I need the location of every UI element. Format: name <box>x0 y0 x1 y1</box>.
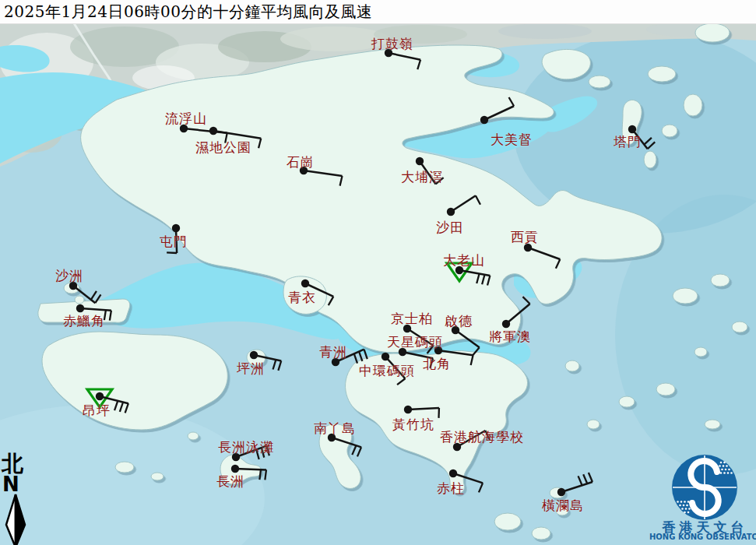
station-label-north-point: 北角 <box>423 355 451 373</box>
wind-barb-tick <box>329 297 334 305</box>
wind-barb-staff <box>528 248 560 259</box>
wind-barb-tick <box>120 402 123 411</box>
wind-barb-tick <box>357 447 361 456</box>
halftone-dot <box>690 505 692 507</box>
wind-barb-tick <box>352 445 356 455</box>
station-label-wetland-park: 濕地公園 <box>195 139 251 156</box>
station-label-green-island: 青洲 <box>319 343 347 361</box>
halftone-dot <box>686 505 688 507</box>
wind-barb-staff <box>80 308 111 311</box>
halftone-dot <box>677 501 679 503</box>
wind-barb-tick <box>479 483 483 492</box>
halftone-dot <box>730 472 733 474</box>
wind-barb-tick <box>278 360 281 370</box>
station-dot <box>209 127 217 135</box>
halftone-dot <box>718 469 720 471</box>
station-dot <box>628 125 636 133</box>
station-dot <box>557 488 565 496</box>
wind-barb-staff <box>332 438 361 447</box>
wind-barb-tick <box>487 276 490 286</box>
station-dot <box>76 304 84 312</box>
station-dot <box>172 224 180 232</box>
station-dot <box>382 353 389 360</box>
hko-name-en: HONG KONG OBSERVATORY <box>649 533 756 541</box>
halftone-dot <box>723 465 725 467</box>
wind-map-screen: 打鼓嶺流浮山濕地公園石崗大美督塔門大埔滘沙田屯門西貢大老山沙洲赤鱲角青衣京士柏啟… <box>0 0 756 545</box>
wind-barb-tick <box>476 195 480 204</box>
station-dot <box>96 392 104 400</box>
wind-barb-tick <box>91 291 97 300</box>
station-label-lau-fau-shan: 流浮山 <box>165 110 207 128</box>
hko-logo-icon <box>654 452 756 523</box>
wind-barb-tick <box>556 259 560 269</box>
halftone-dot <box>721 469 723 471</box>
station-dot <box>480 116 488 124</box>
wind-barb-tick <box>644 138 652 145</box>
station-label-tai-mei-tuk: 大美督 <box>491 131 533 149</box>
station-label-tseung-kwan-o: 將軍澳 <box>489 328 531 346</box>
halftone-dot <box>680 501 683 503</box>
wind-barb-tick <box>522 297 529 304</box>
halftone-dot <box>719 465 721 467</box>
wind-barb-tick <box>589 473 592 482</box>
station-label-waglan-island: 橫瀾島 <box>542 497 584 515</box>
wind-barb-tick <box>578 476 582 485</box>
station-tseung-kwan-o <box>502 297 530 328</box>
station-label-lamma-island: 南丫島 <box>314 420 356 438</box>
halftone-dot <box>688 508 691 510</box>
halftone-dot <box>679 505 681 507</box>
north-arrow-icon <box>2 494 29 545</box>
wind-barb-staff <box>213 131 261 139</box>
halftone-dot <box>716 472 719 474</box>
halftone-dot <box>728 469 730 471</box>
compass-north-en: N <box>2 475 29 494</box>
station-kai-tak <box>452 326 480 355</box>
station-label-sai-kung: 西貢 <box>511 228 539 246</box>
station-label-peng-chau: 坪洲 <box>237 360 265 378</box>
wind-barb-staff <box>484 106 514 120</box>
halftone-dot <box>723 462 726 464</box>
station-label-hk-sea-school: 香港航海學校 <box>440 428 524 446</box>
halftone-dot <box>685 508 687 510</box>
station-label-tai-po-kau: 大埔滘 <box>401 168 443 186</box>
station-waglan-island <box>557 473 592 496</box>
station-sha-tin <box>447 195 480 216</box>
wind-barb-staff <box>455 330 480 347</box>
station-dot <box>449 469 457 477</box>
halftone-dot <box>683 505 685 507</box>
wind-barb-tick <box>258 139 261 149</box>
station-label-stanley: 赤柱 <box>437 480 465 498</box>
wind-barb-tick <box>125 403 128 413</box>
halftone-dot <box>687 512 690 514</box>
station-label-tuen-mun: 屯門 <box>160 233 188 251</box>
station-label-chek-lap-kok: 赤鱲角 <box>63 312 105 330</box>
compass-north-zh: 北 <box>2 453 29 475</box>
wind-barb-staff <box>408 408 439 410</box>
halftone-dot <box>681 508 684 510</box>
wind-barb-tick <box>583 474 587 483</box>
station-label-cheung-chau: 長洲 <box>216 473 244 490</box>
wind-barb-tick <box>265 469 266 480</box>
halftone-dot <box>687 501 690 503</box>
halftone-dot <box>725 469 727 471</box>
compass: 北 N <box>2 453 29 545</box>
station-label-star-ferry: 天星碼頭 <box>387 333 443 351</box>
wind-barb-staff <box>506 304 530 324</box>
map-title: 2025年1月24日06時00分的十分鐘平均風向及風速 <box>4 2 372 23</box>
station-label-cheung-chau-beach: 長洲泳灘 <box>218 438 274 456</box>
halftone-dot <box>723 472 726 474</box>
wind-barb-tick <box>417 60 420 69</box>
station-dot <box>502 320 510 328</box>
wind-barb-tick <box>340 176 343 186</box>
halftone-dot <box>691 501 693 503</box>
station-label-wong-chuk-hang: 黃竹坑 <box>392 416 434 434</box>
station-label-kai-tak: 啟德 <box>445 312 473 330</box>
station-label-ta-kwu-ling: 打鼓嶺 <box>371 35 413 53</box>
wind-barb-staff <box>235 469 266 469</box>
halftone-dot <box>684 512 686 514</box>
halftone-dot <box>720 472 723 474</box>
station-label-kings-park: 京士柏 <box>391 310 433 328</box>
station-label-sha-chau: 沙洲 <box>55 267 83 285</box>
station-dot <box>250 351 258 359</box>
wind-barb-tick <box>476 274 479 284</box>
